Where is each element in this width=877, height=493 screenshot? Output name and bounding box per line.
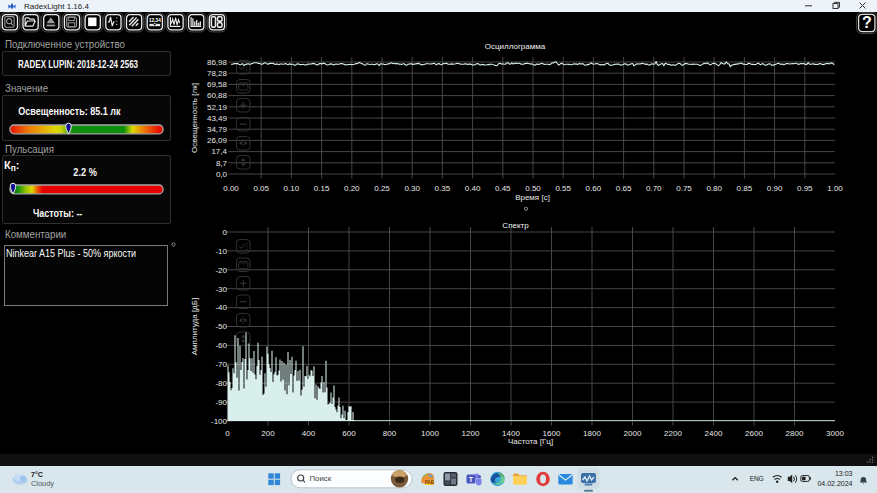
svg-text:600: 600 xyxy=(342,429,356,438)
svg-text:-100: -100 xyxy=(211,417,228,426)
svg-text:?: ? xyxy=(862,14,872,31)
svg-text:0.30: 0.30 xyxy=(404,184,420,193)
svg-text:78,28: 78,28 xyxy=(207,69,228,78)
svg-text:0: 0 xyxy=(223,228,228,237)
svg-text:Частота [Гц]: Частота [Гц] xyxy=(508,437,553,446)
svg-text:Cloudy: Cloudy xyxy=(31,479,54,488)
svg-text:12.34: 12.34 xyxy=(149,17,161,23)
svg-text:04.02.2024: 04.02.2024 xyxy=(817,480,852,487)
svg-text:-20: -20 xyxy=(215,266,227,275)
svg-text:-90: -90 xyxy=(215,398,227,407)
svg-text:86,98: 86,98 xyxy=(207,58,228,67)
svg-text:2200: 2200 xyxy=(664,429,682,438)
svg-text:1800: 1800 xyxy=(583,429,601,438)
svg-text:Освещенность [лк]: Освещенность [лк] xyxy=(190,83,199,153)
svg-text:1200: 1200 xyxy=(462,429,480,438)
svg-text:Время [с]: Время [с] xyxy=(515,193,550,202)
svg-text:1.00: 1.00 xyxy=(827,184,843,193)
svg-text:-30: -30 xyxy=(215,285,227,294)
svg-text:0: 0 xyxy=(225,429,230,438)
svg-text:2000: 2000 xyxy=(624,429,642,438)
svg-text:0.25: 0.25 xyxy=(374,184,390,193)
svg-text:0.60: 0.60 xyxy=(586,184,602,193)
svg-text:26,09: 26,09 xyxy=(207,136,228,145)
svg-text:0.95: 0.95 xyxy=(797,184,813,193)
svg-text:8,7: 8,7 xyxy=(216,159,228,168)
svg-text:0.55: 0.55 xyxy=(555,184,571,193)
svg-text:69,58: 69,58 xyxy=(207,80,228,89)
svg-text:13:03: 13:03 xyxy=(835,470,853,477)
svg-text:0.35: 0.35 xyxy=(435,184,451,193)
svg-text:0.85: 0.85 xyxy=(737,184,753,193)
svg-text:400: 400 xyxy=(302,429,316,438)
svg-text:0.05: 0.05 xyxy=(253,184,269,193)
svg-text:-40: -40 xyxy=(215,303,227,312)
svg-text:17,4: 17,4 xyxy=(211,147,227,156)
svg-text:0.15: 0.15 xyxy=(314,184,330,193)
svg-text:0.70: 0.70 xyxy=(646,184,662,193)
svg-text:0.00: 0.00 xyxy=(223,184,239,193)
svg-text:T: T xyxy=(469,476,474,483)
svg-text:0.65: 0.65 xyxy=(616,184,632,193)
svg-text:Спектр: Спектр xyxy=(502,221,529,230)
svg-text:-10: -10 xyxy=(215,247,227,256)
svg-text:-50: -50 xyxy=(215,322,227,331)
svg-text:1000: 1000 xyxy=(421,429,439,438)
svg-text:43,49: 43,49 xyxy=(207,114,228,123)
svg-text:0.90: 0.90 xyxy=(767,184,783,193)
svg-text:Осциллограмма: Осциллограмма xyxy=(485,42,546,51)
svg-text:PAB: PAB xyxy=(425,480,435,485)
svg-text:ENG: ENG xyxy=(750,475,764,482)
svg-text:-60: -60 xyxy=(215,341,227,350)
svg-text:0.10: 0.10 xyxy=(284,184,300,193)
svg-text:2800: 2800 xyxy=(786,429,804,438)
svg-text:Амплитуда [дБ]: Амплитуда [дБ] xyxy=(190,298,199,356)
svg-text:0.45: 0.45 xyxy=(495,184,511,193)
svg-text:200: 200 xyxy=(261,429,275,438)
svg-text:-80: -80 xyxy=(215,379,227,388)
svg-text:60,88: 60,88 xyxy=(207,91,228,100)
svg-text:0.75: 0.75 xyxy=(676,184,692,193)
svg-text:0.20: 0.20 xyxy=(344,184,360,193)
svg-text:0.50: 0.50 xyxy=(525,184,541,193)
svg-text:2400: 2400 xyxy=(705,429,723,438)
svg-text:0.40: 0.40 xyxy=(465,184,481,193)
svg-text:-70: -70 xyxy=(215,360,227,369)
svg-text:3000: 3000 xyxy=(826,429,844,438)
svg-text:800: 800 xyxy=(383,429,397,438)
svg-text:Поиск: Поиск xyxy=(310,474,332,483)
svg-text:0.80: 0.80 xyxy=(706,184,722,193)
svg-text:52,19: 52,19 xyxy=(207,103,228,112)
svg-text:7°C: 7°C xyxy=(31,471,43,478)
svg-text:34,79: 34,79 xyxy=(207,125,228,134)
svg-text:0,0: 0,0 xyxy=(216,170,228,179)
svg-text:2600: 2600 xyxy=(745,429,763,438)
